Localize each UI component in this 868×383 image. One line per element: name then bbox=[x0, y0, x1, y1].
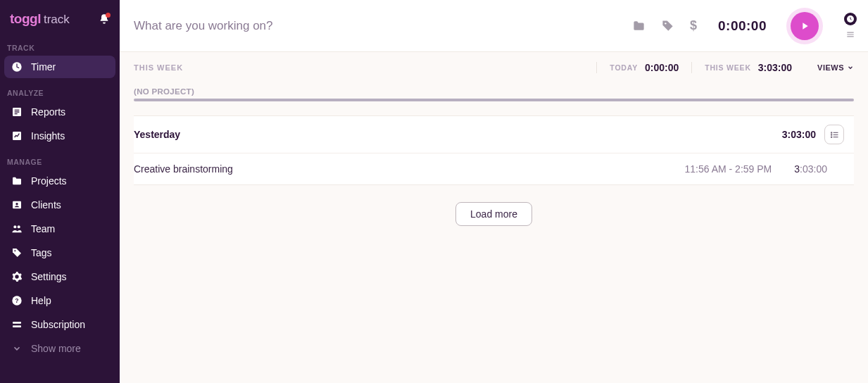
sidebar-item-insights[interactable]: Insights bbox=[4, 125, 115, 147]
sidebar-item-label: Team bbox=[31, 223, 55, 234]
project-picker-button[interactable] bbox=[632, 19, 646, 32]
tag-icon bbox=[11, 247, 23, 258]
svg-point-12 bbox=[665, 23, 666, 24]
svg-text:?: ? bbox=[15, 297, 18, 304]
sidebar-item-label: Subscription bbox=[31, 319, 85, 330]
summary-bar: THIS WEEK TODAY 0:00:00 THIS WEEK 3:03:0… bbox=[120, 52, 868, 80]
entry-time-range: 11:56 AM - 2:59 PM bbox=[685, 163, 772, 175]
entry-list: (NO PROJECT) Yesterday 3:03:00 Creative … bbox=[120, 80, 868, 185]
week-progress-bar bbox=[134, 99, 854, 101]
timer-description-input[interactable] bbox=[134, 19, 632, 33]
entry-description: Creative brainstorming bbox=[134, 163, 233, 175]
list-lines-icon bbox=[845, 30, 855, 39]
main: $ 0:00:00 THIS WEEK TODAY 0:00:00 THIS bbox=[120, 0, 868, 383]
sidebar-header: toggl track bbox=[0, 0, 120, 34]
logo-main: toggl bbox=[10, 11, 41, 27]
gear-icon bbox=[11, 271, 23, 282]
play-icon bbox=[799, 20, 810, 32]
chevron-down-icon bbox=[11, 343, 23, 354]
svg-rect-10 bbox=[13, 322, 21, 324]
start-timer-button[interactable] bbox=[791, 12, 819, 40]
summary-week-label: THIS WEEK bbox=[134, 63, 183, 72]
sidebar-section-track: TRACK bbox=[0, 34, 120, 55]
timer-value[interactable]: 0:00:00 bbox=[718, 18, 767, 34]
day-header: Yesterday 3:03:00 bbox=[134, 115, 854, 153]
summary-today-label: TODAY bbox=[610, 63, 638, 72]
svg-point-7 bbox=[14, 250, 15, 251]
sidebar-section-analyze: ANALYZE bbox=[0, 79, 120, 100]
svg-point-4 bbox=[15, 203, 18, 205]
sidebar-item-help[interactable]: ? Help bbox=[4, 289, 115, 312]
help-icon: ? bbox=[11, 295, 23, 306]
timer-bar: $ 0:00:00 bbox=[120, 0, 868, 52]
subscription-icon bbox=[11, 319, 23, 330]
billable-toggle-button[interactable]: $ bbox=[690, 18, 697, 33]
person-card-icon bbox=[11, 199, 23, 211]
team-icon bbox=[11, 223, 23, 234]
manual-mode-button[interactable] bbox=[845, 30, 855, 39]
tag-icon bbox=[661, 19, 674, 32]
views-label: VIEWS bbox=[817, 63, 844, 72]
sidebar-item-projects[interactable]: Projects bbox=[4, 170, 115, 192]
logo-sub: track bbox=[44, 13, 70, 27]
clock-icon bbox=[11, 61, 23, 73]
load-more-button[interactable]: Load more bbox=[455, 202, 532, 226]
svg-point-5 bbox=[13, 225, 16, 228]
sidebar-show-more[interactable]: Show more bbox=[4, 337, 115, 360]
summary-today: TODAY 0:00:00 bbox=[596, 62, 691, 73]
summary-thisweek-value: 3:03:00 bbox=[758, 62, 792, 73]
views-dropdown[interactable]: VIEWS bbox=[805, 63, 854, 72]
sidebar-item-label: Show more bbox=[31, 343, 81, 354]
svg-point-14 bbox=[831, 132, 831, 132]
sidebar-item-label: Insights bbox=[31, 130, 65, 142]
notification-dot-icon bbox=[106, 13, 111, 18]
sidebar-item-label: Projects bbox=[31, 175, 67, 187]
dollar-icon: $ bbox=[690, 18, 697, 33]
sidebar-item-label: Clients bbox=[31, 199, 61, 211]
svg-point-6 bbox=[18, 225, 20, 228]
svg-rect-11 bbox=[13, 325, 21, 327]
sidebar-item-label: Timer bbox=[31, 61, 56, 73]
sidebar-item-clients[interactable]: Clients bbox=[4, 194, 115, 216]
folder-icon bbox=[632, 19, 646, 32]
folder-icon bbox=[11, 175, 23, 187]
sidebar-item-label: Help bbox=[31, 295, 51, 306]
sidebar-item-label: Reports bbox=[31, 106, 65, 118]
sidebar-item-settings[interactable]: Settings bbox=[4, 265, 115, 288]
timer-mode-button[interactable] bbox=[844, 13, 857, 25]
svg-point-16 bbox=[831, 137, 831, 137]
chevron-down-icon bbox=[847, 64, 854, 71]
sidebar: toggl track TRACK Timer ANALYZE Reports … bbox=[0, 0, 120, 383]
bulk-list-icon bbox=[829, 130, 840, 140]
summary-thisweek: THIS WEEK 3:03:00 bbox=[691, 62, 805, 73]
day-title: Yesterday bbox=[134, 129, 180, 140]
bulk-edit-button[interactable] bbox=[824, 125, 844, 144]
clock-icon bbox=[846, 15, 855, 23]
timer-actions: $ 0:00:00 bbox=[632, 12, 857, 40]
sidebar-item-timer[interactable]: Timer bbox=[4, 56, 115, 78]
list-icon bbox=[11, 106, 23, 118]
day-total: 3:03:00 bbox=[782, 129, 816, 140]
sidebar-item-subscription[interactable]: Subscription bbox=[4, 313, 115, 336]
sidebar-item-team[interactable]: Team bbox=[4, 218, 115, 240]
load-more-wrap: Load more bbox=[120, 185, 868, 243]
summary-thisweek-label: THIS WEEK bbox=[705, 63, 751, 72]
timer-mode-switch bbox=[844, 13, 857, 39]
tag-picker-button[interactable] bbox=[661, 19, 674, 32]
sidebar-item-tags[interactable]: Tags bbox=[4, 241, 115, 264]
logo[interactable]: toggl track bbox=[10, 11, 70, 27]
sidebar-section-manage: MANAGE bbox=[0, 148, 120, 169]
sidebar-item-reports[interactable]: Reports bbox=[4, 101, 115, 123]
notifications-button[interactable] bbox=[99, 13, 110, 25]
entry-duration: 3:03:00 bbox=[794, 163, 827, 175]
svg-point-15 bbox=[831, 134, 831, 134]
sidebar-item-label: Settings bbox=[31, 271, 67, 282]
time-entry-row[interactable]: Creative brainstorming 11:56 AM - 2:59 P… bbox=[134, 153, 854, 185]
chart-icon bbox=[11, 130, 23, 142]
no-project-label: (NO PROJECT) bbox=[134, 80, 854, 99]
sidebar-item-label: Tags bbox=[31, 247, 52, 258]
summary-today-value: 0:00:00 bbox=[645, 62, 679, 73]
